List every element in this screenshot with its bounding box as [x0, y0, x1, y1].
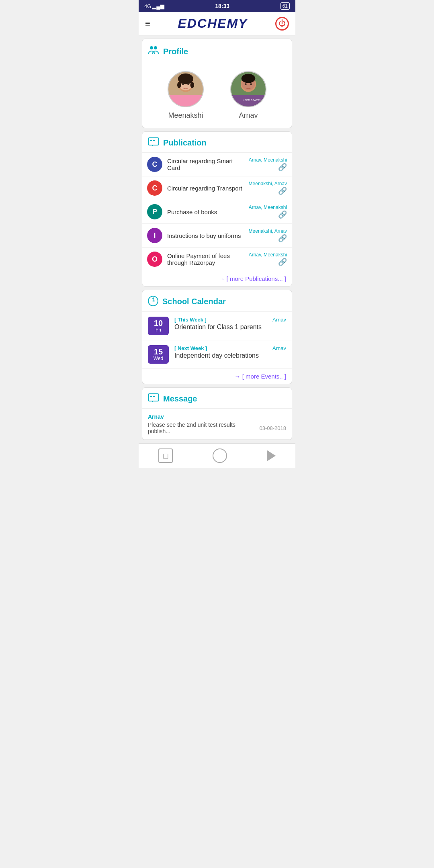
cal-week-0: [ This Week ] [174, 317, 267, 323]
app-header: ≡ EDCHEMY [139, 12, 295, 35]
profile-section: Profile Meenak [142, 39, 292, 128]
svg-text:NEED SPACE!: NEED SPACE! [243, 99, 261, 102]
pub-meta-2: Arnav, Meenakshi 🔗 [249, 205, 287, 219]
msg-item-0[interactable]: Arnav Please see the 2nd unit test resul… [142, 409, 292, 440]
cal-person-1: Arnav [272, 345, 286, 351]
cal-date-num-1: 15 [149, 348, 167, 356]
pub-title-2: Purchase of books [167, 209, 244, 215]
app-title: EDCHEMY [178, 16, 248, 31]
nav-circle-button[interactable] [213, 448, 227, 463]
bottom-nav: □ [139, 443, 295, 468]
calendar-title: School Calendar [162, 297, 226, 306]
avatar-image-meenakshi [168, 71, 204, 107]
publication-title: Publication [163, 138, 207, 147]
avatar-name-arnav: Arnav [239, 111, 258, 120]
attachment-icon-4: 🔗 [278, 258, 287, 266]
svg-point-8 [190, 82, 194, 88]
svg-point-15 [242, 74, 255, 83]
attachment-icon-1: 🔗 [278, 187, 287, 195]
svg-point-16 [245, 83, 247, 85]
power-button[interactable] [275, 17, 289, 31]
svg-rect-20 [150, 140, 152, 141]
cal-event-1[interactable]: 15 Wed [ Next Week ] Independent day cel… [142, 340, 292, 369]
pub-item-3[interactable]: I Instructions to buy uniforms Meenakshi… [142, 224, 292, 248]
profile-header: Profile [142, 39, 292, 63]
pub-meta-0: Arnav, Meenakshi 🔗 [249, 157, 287, 172]
avatar-meenakshi[interactable]: Meenakshi [168, 71, 204, 120]
calendar-section: School Calendar 10 Fri [ This Week ] Ori… [142, 290, 292, 384]
pub-meta-1: Meenakshi, Arnav 🔗 [249, 181, 287, 195]
svg-rect-26 [148, 394, 159, 401]
pub-badge-1: C [147, 180, 162, 196]
pub-content-4: Online Payment of fees through Razorpay [167, 252, 244, 266]
pub-item-0[interactable]: C Circular regarding Smart Card Arnav, M… [142, 153, 292, 176]
pub-people-1: Meenakshi, Arnav [249, 181, 287, 186]
svg-rect-21 [153, 140, 155, 141]
message-title: Message [163, 394, 197, 403]
msg-date-0: 03-08-2018 [260, 425, 287, 431]
attachment-icon-2: 🔗 [278, 211, 287, 219]
cal-week-1: [ Next Week ] [174, 345, 267, 351]
pub-title-0: Circular regarding Smart Card [167, 158, 244, 171]
pub-content-2: Purchase of books [167, 209, 244, 215]
svg-point-10 [187, 83, 189, 85]
pub-badge-0: C [147, 157, 162, 172]
pub-badge-4: O [147, 252, 162, 267]
cal-event-title-0: Orientation for Class 1 parents [174, 323, 267, 331]
pub-meta-4: Arnav, Meenakshi 🔗 [249, 252, 287, 266]
pub-title-1: Circular regarding Transport [167, 185, 244, 192]
calendar-header: School Calendar [142, 290, 292, 312]
pub-item-4[interactable]: O Online Payment of fees through Razorpa… [142, 248, 292, 271]
svg-point-9 [182, 83, 184, 85]
message-section-icon [148, 393, 159, 404]
svg-rect-19 [148, 138, 159, 145]
pub-badge-2: P [147, 204, 162, 219]
nav-back-button[interactable] [267, 450, 276, 461]
publication-section: Publication C Circular regarding Smart C… [142, 131, 292, 287]
pub-item-1[interactable]: C Circular regarding Transport Meenakshi… [142, 176, 292, 200]
cal-person-0: Arnav [272, 317, 286, 323]
avatar-arnav[interactable]: NEED SPACE! Arnav [230, 71, 266, 120]
signal-bars: ▂▄▆ [152, 3, 164, 9]
more-events-link[interactable]: [ more Events.. ] [142, 369, 292, 384]
attachment-icon-3: 🔗 [278, 234, 287, 242]
cal-date-box-0: 10 Fri [148, 317, 169, 335]
svg-rect-27 [150, 396, 152, 397]
profile-section-icon [148, 45, 159, 59]
msg-body-0: Please see the 2nd unit test results pub… [148, 422, 286, 434]
msg-preview-0: Please see the 2nd unit test results pub… [148, 422, 256, 434]
svg-point-7 [177, 82, 181, 88]
cal-info-1: [ Next Week ] Independent day celebratio… [174, 345, 267, 359]
nav-square-button[interactable]: □ [158, 448, 173, 463]
cal-event-title-1: Independent day celebrations [174, 352, 267, 359]
network-type: 4G [144, 3, 151, 9]
menu-button[interactable]: ≡ [145, 18, 150, 29]
cal-event-0[interactable]: 10 Fri [ This Week ] Orientation for Cla… [142, 312, 292, 340]
pub-title-4: Online Payment of fees through Razorpay [167, 252, 244, 266]
signal-indicator: 4G ▂▄▆ [144, 3, 164, 9]
pub-title-3: Instructions to buy uniforms [167, 232, 244, 239]
status-bar: 4G ▂▄▆ 18:33 61 [139, 0, 295, 12]
profile-title: Profile [163, 47, 188, 56]
svg-point-0 [150, 46, 153, 49]
avatar-name-meenakshi: Meenakshi [168, 111, 203, 120]
svg-rect-4 [168, 95, 203, 106]
cal-date-box-1: 15 Wed [148, 345, 169, 364]
message-section: Message Arnav Please see the 2nd unit te… [142, 387, 292, 440]
calendar-section-icon [148, 296, 158, 307]
more-publications-link[interactable]: [ more Publications... ] [142, 271, 292, 286]
pub-people-0: Arnav, Meenakshi [249, 157, 287, 163]
status-time: 18:33 [215, 3, 229, 9]
pub-people-3: Meenakshi, Arnav [249, 228, 287, 234]
pub-meta-3: Meenakshi, Arnav 🔗 [249, 228, 287, 243]
pub-people-4: Arnav, Meenakshi [249, 252, 287, 258]
svg-point-17 [250, 83, 252, 85]
cal-date-day-1: Wed [149, 356, 167, 361]
pub-badge-3: I [147, 228, 162, 243]
cal-info-0: [ This Week ] Orientation for Class 1 pa… [174, 317, 267, 331]
publication-section-icon [148, 137, 159, 148]
pub-item-2[interactable]: P Purchase of books Arnav, Meenakshi 🔗 [142, 200, 292, 224]
publication-header: Publication [142, 132, 292, 153]
pub-people-2: Arnav, Meenakshi [249, 205, 287, 210]
svg-point-25 [153, 301, 154, 302]
